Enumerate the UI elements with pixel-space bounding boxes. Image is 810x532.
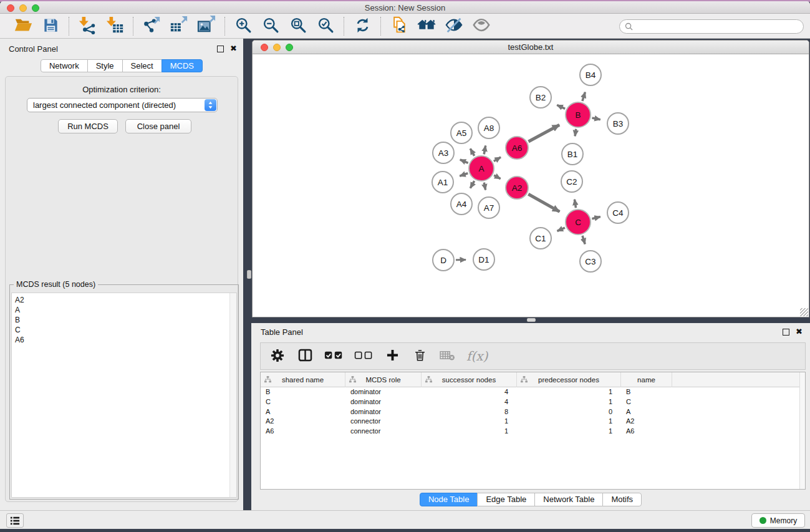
graph-node-A8[interactable]: A8 (478, 117, 500, 139)
graph-edge-A-A5[interactable] (470, 148, 475, 156)
column-header-mcds-role[interactable]: MCDS role (345, 372, 422, 387)
graph-node-A2[interactable]: A2 (505, 176, 529, 200)
table-row[interactable]: Cdominator41C (261, 397, 805, 407)
mcds-result-list[interactable]: A2ABCA6 (11, 293, 237, 498)
graph-edge-A6-B[interactable] (529, 125, 560, 142)
table-scrollbar[interactable] (799, 372, 805, 489)
close-panel-icon[interactable]: ✖ (230, 45, 237, 52)
mcds-result-item[interactable]: A (15, 305, 233, 315)
graph-edge-A2-C[interactable] (528, 194, 559, 211)
table-cell[interactable]: 1 (422, 417, 517, 427)
table-row[interactable]: Adominator80A (261, 407, 805, 417)
table-cell[interactable]: connector (345, 417, 422, 427)
zoom-fit-button[interactable] (286, 16, 310, 37)
mcds-result-item[interactable]: A6 (15, 335, 233, 345)
graph-edge-A-A3[interactable] (460, 160, 468, 163)
zoom-in-button[interactable] (231, 16, 255, 37)
network-window-titlebar[interactable]: testGlobe.txt (253, 41, 809, 54)
tab-network-table[interactable]: Network Table (534, 493, 603, 506)
graph-edge-C-C4[interactable] (592, 217, 600, 219)
table-cell[interactable]: 8 (422, 407, 517, 417)
table-cell[interactable]: A (621, 407, 672, 417)
table-cell[interactable]: 4 (422, 397, 517, 407)
export-table-button[interactable] (167, 16, 191, 37)
import-table-button[interactable] (103, 16, 127, 37)
split-columns-button[interactable] (297, 347, 313, 365)
select-stepper-icon[interactable] (205, 99, 216, 111)
table-cell[interactable]: 1 (517, 387, 621, 397)
clone-network-button[interactable] (387, 16, 411, 37)
graph-edge-B-B1[interactable] (575, 129, 576, 137)
graph-node-A1[interactable]: A1 (432, 171, 454, 193)
table-cell[interactable]: dominator (345, 407, 422, 417)
graph-edge-B-B3[interactable] (592, 118, 600, 120)
graph-node-C1[interactable]: C1 (529, 227, 552, 249)
clear-checks-button[interactable] (354, 347, 373, 365)
network-vertical-scrollbar-thumb[interactable] (247, 270, 251, 279)
zoom-out-button[interactable] (259, 16, 282, 37)
table-cell[interactable]: B (621, 387, 672, 397)
graph-node-D1[interactable]: D1 (473, 248, 495, 271)
graph-node-B2[interactable]: B2 (529, 86, 552, 109)
table-cell[interactable]: A (261, 407, 345, 417)
open-folder-button[interactable] (11, 16, 35, 37)
graph-edge-A-A4[interactable] (470, 181, 475, 188)
search-box[interactable] (619, 19, 804, 34)
tab-style[interactable]: Style (87, 59, 123, 72)
show-eye-button[interactable] (470, 16, 493, 37)
column-header-predecessor-nodes[interactable]: predecessor nodes (517, 372, 621, 387)
table-cell[interactable]: 1 (422, 427, 517, 437)
memory-button[interactable]: Memory (751, 513, 805, 528)
export-network-button[interactable] (140, 16, 163, 37)
table-row[interactable]: A6connector11A6 (261, 427, 805, 437)
mcds-result-item[interactable]: C (15, 325, 233, 335)
graph-edge-B-B2[interactable] (557, 105, 565, 109)
task-history-button[interactable] (6, 513, 24, 528)
network-horizontal-scrollbar-thumb[interactable] (527, 318, 536, 322)
hide-details-button[interactable] (442, 16, 466, 37)
graph-edge-A-A1[interactable] (460, 173, 468, 177)
run-mcds-button[interactable]: Run MCDS (58, 119, 118, 133)
graph-edge-B-B4[interactable] (582, 92, 586, 101)
column-header-shared-name[interactable]: shared name (261, 372, 345, 387)
graph-node-B1[interactable]: B1 (561, 143, 584, 165)
graph-node-B[interactable]: B (565, 102, 591, 128)
graph-node-D[interactable]: D (432, 249, 455, 271)
mcds-list-scrollbar[interactable] (229, 293, 236, 497)
table-cell[interactable]: dominator (345, 397, 422, 407)
resize-grip-icon[interactable] (800, 308, 808, 316)
table-cell[interactable]: A6 (621, 427, 672, 437)
table-cell[interactable]: 1 (517, 397, 621, 407)
search-input[interactable] (636, 21, 803, 32)
table-cell[interactable]: A6 (261, 427, 345, 437)
tab-network[interactable]: Network (41, 59, 88, 72)
table-cell[interactable]: C (261, 397, 345, 407)
gear-button[interactable] (269, 347, 286, 365)
graph-node-C2[interactable]: C2 (561, 170, 583, 193)
tab-mcds[interactable]: MCDS (162, 59, 203, 72)
graph-node-A6[interactable]: A6 (505, 136, 529, 160)
table-row[interactable]: A2connector11A2 (261, 417, 805, 427)
tab-edge-table[interactable]: Edge Table (477, 493, 535, 506)
table-row[interactable]: Bdominator41B (261, 387, 805, 397)
export-image-button[interactable] (195, 16, 218, 37)
graph-edge-A-A7[interactable] (484, 183, 485, 190)
tab-node-table[interactable]: Node Table (420, 493, 478, 506)
import-network-button[interactable] (75, 16, 99, 37)
save-floppy-button[interactable] (39, 16, 62, 37)
mcds-result-item[interactable]: A2 (15, 295, 233, 305)
graph-node-C3[interactable]: C3 (579, 250, 602, 273)
select-checks-button[interactable] (324, 347, 343, 365)
graph-node-C[interactable]: C (565, 209, 591, 235)
criterion-select[interactable]: largest connected component (directed) (27, 98, 218, 112)
graph-edge-A-A6[interactable] (494, 157, 501, 162)
zoom-selected-button[interactable] (314, 16, 337, 37)
graph-node-A[interactable]: A (468, 155, 494, 181)
graph-edge-C-C3[interactable] (582, 236, 585, 244)
delete-row-button[interactable] (412, 347, 428, 365)
column-header-successor-nodes[interactable]: successor nodes (422, 372, 517, 387)
close-table-panel-icon[interactable]: ✖ (796, 328, 803, 335)
graph-node-A5[interactable]: A5 (450, 122, 473, 144)
graph-node-A3[interactable]: A3 (432, 142, 455, 164)
column-header-name[interactable]: name (621, 372, 672, 387)
